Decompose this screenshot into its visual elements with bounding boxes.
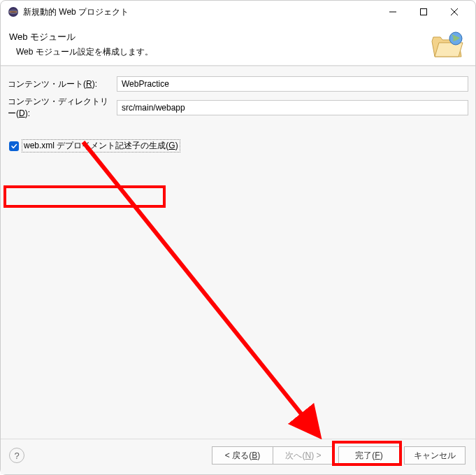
window-controls (377, 1, 470, 22)
dialog-window: 新規動的 Web プロジェクト Web モジュール Web モジュール設定を構成… (0, 0, 476, 475)
generate-webxml-row[interactable]: web.xml デプロイメント記述子の生成(G) (8, 139, 468, 153)
titlebar: 新規動的 Web プロジェクト (1, 1, 475, 23)
eclipse-icon (8, 6, 19, 17)
wizard-body: コンテンツ・ルート(R): コンテンツ・ディレクトリー(D): web.xml … (1, 66, 475, 439)
annotation-highlight-checkbox (3, 185, 166, 208)
maximize-button[interactable] (408, 1, 439, 22)
wizard-footer: ? < 戻る(B) 次へ(N) > 完了(F) キャンセル (1, 439, 475, 474)
next-button[interactable]: 次へ(N) > (273, 446, 334, 465)
content-dir-row: コンテンツ・ディレクトリー(D): (8, 96, 468, 120)
context-root-row: コンテンツ・ルート(R): (8, 76, 468, 92)
context-root-label: コンテンツ・ルート(R): (8, 78, 113, 90)
generate-webxml-label: web.xml デプロイメント記述子の生成(G) (22, 139, 180, 153)
wizard-subtitle: Web モジュール設定を構成します。 (9, 46, 431, 58)
wizard-title: Web モジュール (9, 31, 431, 43)
close-button[interactable] (439, 1, 470, 22)
content-dir-label: コンテンツ・ディレクトリー(D): (8, 96, 113, 120)
svg-rect-2 (421, 9, 427, 15)
generate-webxml-checkbox[interactable] (9, 141, 19, 151)
help-button[interactable]: ? (9, 448, 24, 463)
cancel-button[interactable]: キャンセル (404, 446, 466, 465)
window-title: 新規動的 Web プロジェクト (23, 6, 377, 18)
folder-globe-icon (431, 30, 464, 58)
finish-button[interactable]: 完了(F) (338, 446, 400, 465)
nav-button-group: < 戻る(B) 次へ(N) > (212, 446, 334, 465)
help-icon: ? (14, 451, 19, 461)
minimize-button[interactable] (377, 1, 408, 22)
content-dir-input[interactable] (117, 100, 468, 115)
wizard-banner: Web モジュール Web モジュール設定を構成します。 (1, 23, 475, 65)
back-button[interactable]: < 戻る(B) (212, 446, 273, 465)
context-root-input[interactable] (117, 76, 468, 92)
